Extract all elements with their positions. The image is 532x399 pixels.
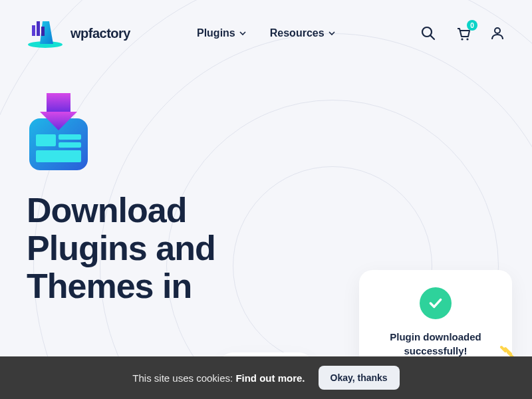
svg-line-5 [430,35,434,39]
card-line1: Plugin downloaded [390,331,481,342]
svg-rect-1 [32,25,35,36]
svg-rect-10 [36,134,56,146]
svg-rect-3 [41,27,45,36]
chevron-down-icon [239,30,246,37]
chevron-down-icon [329,30,335,37]
svg-point-7 [466,38,468,40]
navbar: wpfactory Plugins Resources 0 [0,0,532,66]
nav-item-resources[interactable]: Resources [270,27,335,39]
cookie-text: This site uses cookies: Find out more. [132,372,305,384]
svg-rect-2 [37,21,40,36]
hero-title: Download Plugins and Themes in [27,192,226,306]
cookie-prefix: This site uses cookies: [132,372,235,384]
svg-point-6 [461,38,463,40]
logo-icon [27,19,64,48]
svg-point-8 [495,28,500,33]
svg-rect-11 [59,134,81,140]
success-card-text: Plugin downloaded successfully! [374,330,497,358]
svg-rect-12 [59,142,81,148]
nav-item-plugins[interactable]: Plugins [197,27,246,39]
nav-label: Plugins [197,27,235,39]
svg-rect-13 [36,150,81,162]
search-icon [420,25,436,41]
check-circle-icon [420,287,452,319]
nav-links: Plugins Resources [197,27,335,39]
search-button[interactable] [420,25,436,41]
hero-download-icon [27,93,90,173]
nav-icons: 0 [420,25,505,41]
user-icon [489,25,505,41]
cookie-bar: This site uses cookies: Find out more. O… [0,356,532,399]
account-button[interactable] [489,25,505,41]
logo-text: wpfactory [70,26,130,41]
logo[interactable]: wpfactory [27,19,130,48]
svg-rect-14 [47,93,70,113]
cookie-link[interactable]: Find out more. [235,372,305,384]
cookie-accept-button[interactable]: Okay, thanks [319,366,400,390]
cart-button[interactable]: 0 [455,25,471,41]
nav-label: Resources [270,27,325,39]
cart-badge: 0 [467,20,477,31]
card-line2: successfully! [404,345,467,356]
